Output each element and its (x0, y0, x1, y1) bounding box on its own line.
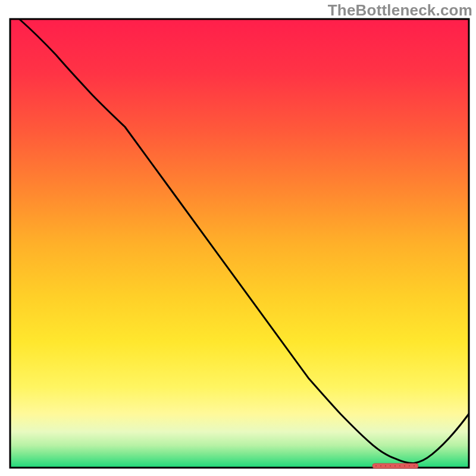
watermark-text: TheBottleneck.com (328, 1, 472, 20)
svg-point-7 (404, 465, 405, 466)
svg-point-6 (399, 465, 400, 466)
baseline-marker (372, 464, 418, 468)
svg-point-5 (394, 465, 396, 466)
plot-area (10, 19, 469, 468)
heat-background (10, 19, 469, 468)
svg-point-8 (409, 465, 410, 466)
svg-point-2 (380, 465, 381, 466)
chart-svg (0, 0, 476, 476)
chart-canvas: TheBottleneck.com (0, 0, 476, 476)
svg-point-9 (414, 465, 415, 466)
svg-point-3 (385, 465, 386, 466)
svg-point-4 (390, 465, 391, 466)
svg-point-1 (375, 465, 377, 466)
